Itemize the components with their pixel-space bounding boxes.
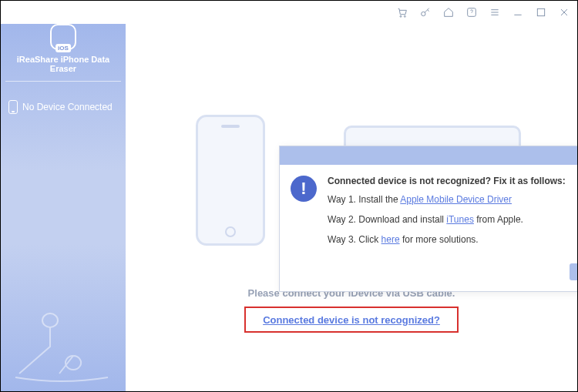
titlebar <box>1 1 577 24</box>
brand: iReaShare iPhone Data Eraser <box>1 24 126 89</box>
prompt-area: Please connect your iDevice via USB cabl… <box>126 287 577 333</box>
menu-icon[interactable] <box>488 5 502 19</box>
svg-point-2 <box>422 12 425 15</box>
app-title: iReaShare iPhone Data Eraser <box>5 55 121 82</box>
dialog-way-3: Way 3. Click here for more solutions. <box>328 233 566 246</box>
main-area: Please connect your iDevice via USB cabl… <box>126 24 577 391</box>
more-solutions-link[interactable]: here <box>381 234 400 245</box>
app-logo-icon <box>50 24 76 50</box>
dialog-header: ✕ <box>280 146 578 165</box>
dialog-content: Connected device is not recognized? Fix … <box>328 176 566 253</box>
dialog-way-2: Way 2. Download and install iTunes from … <box>328 213 566 226</box>
home-icon[interactable] <box>442 5 455 19</box>
itunes-link[interactable]: iTunes <box>446 214 474 225</box>
dialog-body: ! Connected device is not recognized? Fi… <box>280 165 578 259</box>
ok-button[interactable]: OK <box>570 263 578 280</box>
way3-prefix: Way 3. Click <box>328 234 381 245</box>
dialog-way-1: Way 1. Install the Apple Mobile Device D… <box>328 193 566 206</box>
dialog-footer: OK <box>280 259 578 291</box>
sidebar-decoration <box>12 300 112 385</box>
help-icon[interactable] <box>465 5 479 19</box>
prompt-link-highlight: Connected device is not recognized? <box>244 307 459 333</box>
svg-point-5 <box>42 313 58 327</box>
device-status-text: No Device Connected <box>22 102 113 112</box>
alert-icon: ! <box>291 176 317 202</box>
cart-icon[interactable] <box>395 5 409 19</box>
way2-suffix: from Apple. <box>474 214 523 225</box>
way2-prefix: Way 2. Download and install <box>328 214 446 225</box>
not-recognized-link[interactable]: Connected device is not recognized? <box>263 314 440 326</box>
minimize-icon[interactable] <box>511 5 525 19</box>
fix-dialog: ✕ ! Connected device is not recognized? … <box>279 146 578 292</box>
svg-rect-4 <box>537 8 544 15</box>
close-icon[interactable] <box>557 5 571 19</box>
maximize-icon[interactable] <box>534 5 548 19</box>
apple-driver-link[interactable]: Apple Mobile Device Driver <box>400 194 512 205</box>
key-icon[interactable] <box>418 5 432 19</box>
phone-icon <box>8 100 18 114</box>
dialog-heading: Connected device is not recognized? Fix … <box>328 176 566 186</box>
phone-illustration <box>196 115 265 246</box>
svg-point-0 <box>400 15 402 17</box>
svg-point-1 <box>404 15 405 17</box>
device-status: No Device Connected <box>1 89 126 125</box>
app-layout: iReaShare iPhone Data Eraser No Device C… <box>1 24 577 391</box>
way3-suffix: for more solutions. <box>400 234 479 245</box>
way1-prefix: Way 1. Install the <box>328 194 400 205</box>
sidebar: iReaShare iPhone Data Eraser No Device C… <box>1 24 126 391</box>
